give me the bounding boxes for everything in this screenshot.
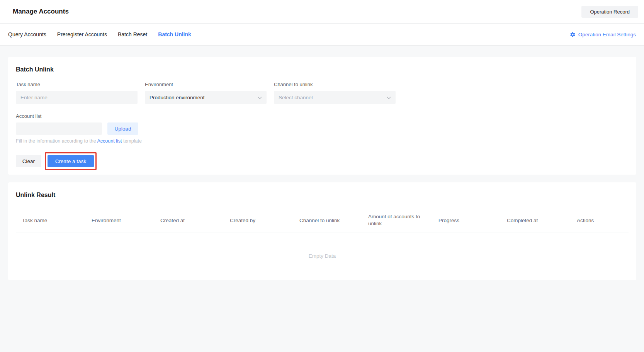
channel-select[interactable]: Select channel [274,91,396,104]
account-list-row: Upload [16,122,629,135]
annotation-highlight-box: Create a task [45,152,97,170]
environment-field-group: Environment Production environment [145,82,267,104]
operation-email-settings-link[interactable]: Operation Email Settings [570,32,636,37]
helper-prefix: Fill in the information according to the [16,138,97,144]
tab-preregister-accounts[interactable]: Preregister Accounts [57,31,107,37]
column-header-task-name: Task name [22,208,92,233]
batch-unlink-card: Batch Unlink Task name Environment Produ… [8,57,636,175]
account-list-group: Account list Upload Fill in the informat… [16,113,629,144]
environment-select[interactable]: Production environment [145,91,267,104]
helper-suffix: template [122,138,141,144]
upload-button[interactable]: Upload [107,122,138,135]
unlink-result-title: Unlink Result [16,192,629,199]
task-name-label: Task name [16,82,138,87]
result-table-header: Task name Environment Created at Created… [16,208,629,233]
account-list-input[interactable] [16,122,102,135]
empty-state-text: Empty Data [309,253,336,259]
operation-email-settings-label: Operation Email Settings [578,32,636,37]
clear-button[interactable]: Clear [16,155,41,167]
column-header-environment: Environment [92,208,160,233]
environment-label: Environment [145,82,267,87]
channel-field-group: Channel to unlink Select channel [274,82,396,104]
account-list-template-link[interactable]: Account list [97,138,122,144]
environment-selected-value: Production environment [150,95,205,100]
empty-state: Empty Data [16,233,629,279]
task-name-field-group: Task name [16,82,138,104]
tab-list: Query Accounts Preregister Accounts Batc… [8,31,191,37]
column-header-channel-to-unlink: Channel to unlink [299,208,368,233]
page-header: Manage Accounts Operation Record [0,0,644,24]
create-task-button[interactable]: Create a task [48,155,94,167]
form-actions-row: Clear Create a task [16,152,629,170]
column-header-actions: Actions [577,208,629,233]
gear-icon [570,32,576,37]
task-name-input[interactable] [16,91,138,104]
tab-batch-unlink[interactable]: Batch Unlink [158,31,191,37]
batch-unlink-title: Batch Unlink [16,66,629,73]
account-list-helper-text: Fill in the information according to the… [16,138,629,144]
column-header-amount-of-accounts: Amount of accounts to unlink [368,208,438,233]
page-title: Manage Accounts [13,8,69,15]
column-header-completed-at: Completed at [507,208,577,233]
tab-query-accounts[interactable]: Query Accounts [8,31,46,37]
chevron-down-icon [258,95,262,100]
channel-label: Channel to unlink [274,82,396,87]
column-header-created-at: Created at [160,208,230,233]
channel-placeholder: Select channel [279,95,313,100]
form-row: Task name Environment Production environ… [16,82,629,104]
column-header-amount-text: Amount of accounts to unlink [368,213,425,227]
tab-bar: Query Accounts Preregister Accounts Batc… [0,24,644,46]
tab-batch-reset[interactable]: Batch Reset [118,31,147,37]
account-list-label: Account list [16,113,629,119]
column-header-created-by: Created by [230,208,299,233]
column-header-progress: Progress [438,208,507,233]
unlink-result-card: Unlink Result Task name Environment Crea… [8,182,636,280]
operation-record-button[interactable]: Operation Record [581,6,638,18]
chevron-down-icon [387,95,391,100]
